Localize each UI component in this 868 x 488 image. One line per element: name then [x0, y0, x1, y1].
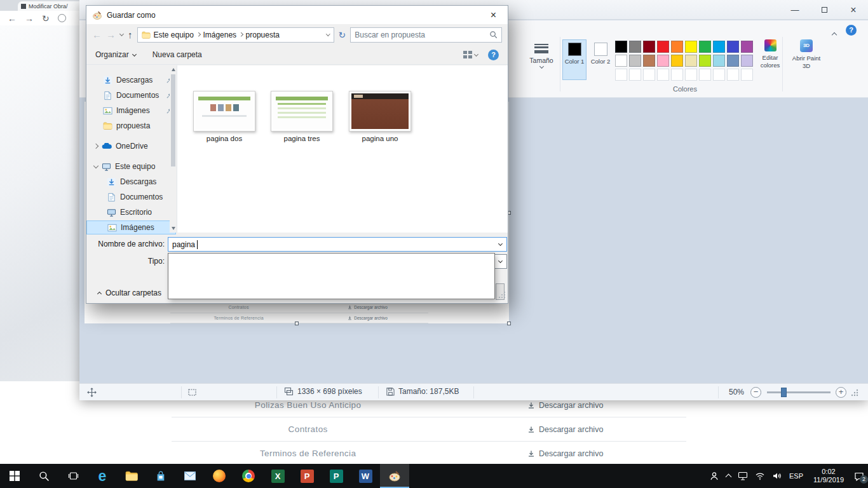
palette-empty-slot[interactable]	[685, 69, 697, 81]
edit-colors-button[interactable]: Editar colores	[755, 38, 785, 69]
taskbar-search-button[interactable]	[29, 464, 58, 488]
open-paint3d-button[interactable]: 3D Abrir Paint 3D	[788, 38, 825, 69]
palette-swatch[interactable]	[741, 41, 753, 53]
collapse-ribbon-button[interactable]	[832, 28, 836, 39]
palette-swatch[interactable]	[657, 41, 669, 53]
window-resize-grip[interactable]	[851, 389, 858, 396]
palette-empty-slot[interactable]	[643, 69, 655, 81]
taskbar-edge-button[interactable]: e	[88, 464, 117, 488]
minimize-button[interactable]: —	[780, 0, 810, 20]
download-link[interactable]: Descargar archivo	[444, 449, 686, 458]
filetype-dropdown-icon[interactable]	[495, 255, 506, 268]
window-close-button[interactable]: ×	[839, 0, 868, 20]
dialog-help-icon[interactable]: ?	[488, 50, 499, 60]
breadcrumb-segment[interactable]: Este equipo	[154, 30, 194, 39]
new-folder-button[interactable]: Nueva carpeta	[153, 50, 202, 59]
sidebar-scrollbar[interactable]	[170, 65, 177, 233]
browser-tab[interactable]: Modificar Obra/	[18, 1, 86, 11]
palette-empty-slot[interactable]	[629, 69, 641, 81]
palette-empty-slot[interactable]	[615, 69, 627, 81]
search-input[interactable]: Buscar en propuesta	[350, 27, 502, 43]
clock[interactable]: 0:02 11/9/2019	[810, 468, 847, 484]
taskbar-store-button[interactable]	[146, 464, 175, 488]
start-button[interactable]	[0, 464, 29, 488]
download-link[interactable]: Descargar archivo	[444, 425, 686, 434]
nav-forward-icon[interactable]: →	[106, 29, 116, 40]
taskbar-word-button[interactable]: W	[351, 464, 380, 488]
scrollbar-thumb[interactable]	[171, 74, 175, 166]
browser-back-icon[interactable]: ←	[8, 13, 17, 24]
browser-refresh-icon[interactable]: ↻	[42, 13, 50, 24]
color2-button[interactable]: Color 2	[588, 39, 613, 80]
breadcrumb[interactable]: Este equipo Imágenes propuesta	[137, 27, 334, 43]
ribbon-help-icon[interactable]: ?	[846, 25, 857, 36]
scroll-up-icon[interactable]	[172, 68, 175, 71]
people-icon[interactable]	[709, 471, 719, 481]
nav-history-icon[interactable]	[119, 32, 124, 36]
expand-chevron-icon[interactable]	[93, 144, 98, 149]
file-item-pagina-tres[interactable]: pagina tres	[269, 91, 335, 142]
zoom-in-button[interactable]: +	[836, 387, 846, 398]
zoom-slider[interactable]	[767, 391, 831, 393]
taskbar-firefox-button[interactable]	[205, 464, 234, 488]
palette-swatch[interactable]	[727, 55, 739, 67]
palette-empty-slot[interactable]	[741, 69, 753, 81]
breadcrumb-segment[interactable]: Imágenes	[203, 30, 236, 39]
zoom-out-button[interactable]: −	[750, 387, 761, 398]
palette-swatch[interactable]	[657, 55, 669, 67]
canvas-resize-handle[interactable]	[295, 322, 299, 325]
collapse-chevron-icon[interactable]	[93, 163, 98, 168]
sidebar-item-documentos[interactable]: Documentos	[86, 88, 177, 102]
view-mode-button[interactable]	[463, 51, 478, 58]
palette-swatch[interactable]	[643, 55, 655, 67]
palette-swatch[interactable]	[741, 55, 753, 67]
palette-empty-slot[interactable]	[713, 69, 725, 81]
wifi-icon[interactable]	[755, 472, 765, 480]
sidebar-item-pc-escritorio[interactable]: Escritorio	[86, 205, 177, 219]
sidebar-item-descargas[interactable]: Descargas	[86, 73, 177, 87]
palette-swatch[interactable]	[699, 41, 711, 53]
palette-swatch[interactable]	[629, 41, 641, 53]
breadcrumb-segment[interactable]: propuesta	[246, 30, 280, 39]
sidebar-item-este-equipo[interactable]: Este equipo	[86, 159, 177, 173]
network-icon[interactable]	[738, 471, 748, 480]
taskbar-chrome-button[interactable]	[234, 464, 263, 488]
task-view-button[interactable]	[58, 464, 88, 488]
sidebar-item-pc-imagenes[interactable]: Imágenes	[86, 220, 176, 234]
nav-up-icon[interactable]: ↑	[128, 29, 133, 40]
filename-input[interactable]: pagina	[168, 237, 507, 252]
maximize-button[interactable]	[810, 0, 839, 20]
filename-autocomplete-dropdown[interactable]	[168, 253, 495, 299]
refresh-icon[interactable]: ↻	[339, 30, 346, 40]
palette-empty-slot[interactable]	[699, 69, 711, 81]
sidebar-item-onedrive[interactable]: OneDrive	[86, 139, 177, 153]
taskbar-publisher-button[interactable]: P	[322, 464, 351, 488]
size-button[interactable]: Tamaño	[526, 38, 557, 80]
palette-swatch[interactable]	[671, 55, 683, 67]
palette-empty-slot[interactable]	[671, 69, 683, 81]
palette-swatch[interactable]	[685, 41, 697, 53]
zoom-slider-thumb[interactable]	[781, 388, 787, 397]
palette-swatch[interactable]	[615, 55, 627, 67]
palette-empty-slot[interactable]	[727, 69, 739, 81]
sidebar-item-pc-documentos[interactable]: Documentos	[86, 190, 177, 204]
action-center-button[interactable]: 2	[854, 471, 864, 481]
palette-swatch[interactable]	[671, 41, 683, 53]
organize-button[interactable]: Organizar	[95, 50, 136, 59]
taskbar-paint-button[interactable]	[380, 464, 409, 488]
sidebar-item-pc-descargas[interactable]: Descargas	[86, 175, 177, 189]
browser-page-info-icon[interactable]	[58, 14, 66, 22]
palette-swatch[interactable]	[699, 55, 711, 67]
palette-swatch[interactable]	[727, 41, 739, 53]
filename-dropdown-icon[interactable]	[495, 238, 506, 250]
canvas-resize-handle[interactable]	[507, 322, 511, 325]
taskbar-mail-button[interactable]	[175, 464, 205, 488]
palette-swatch[interactable]	[713, 41, 725, 53]
palette-swatch[interactable]	[685, 55, 697, 67]
volume-icon[interactable]	[772, 471, 782, 480]
scroll-down-icon[interactable]	[172, 227, 175, 230]
show-hidden-icons-icon[interactable]	[726, 474, 732, 480]
palette-swatch[interactable]	[615, 41, 627, 53]
sidebar-item-imagenes[interactable]: Imágenes	[86, 104, 177, 118]
palette-empty-slot[interactable]	[657, 69, 669, 81]
